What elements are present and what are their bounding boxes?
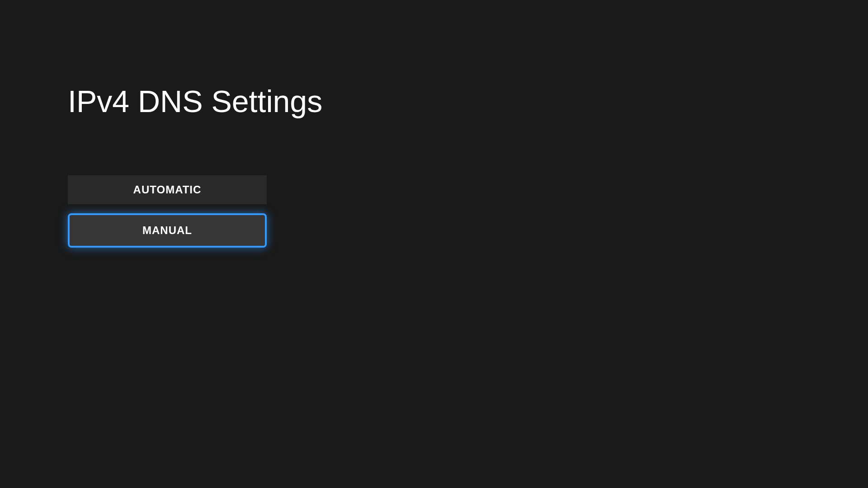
option-label: AUTOMATIC: [133, 183, 202, 196]
automatic-option-button[interactable]: AUTOMATIC: [68, 175, 267, 204]
dns-options-list: AUTOMATIC MANUAL: [68, 175, 868, 248]
settings-container: IPv4 DNS Settings AUTOMATIC MANUAL: [0, 0, 868, 248]
manual-option-button[interactable]: MANUAL: [68, 213, 267, 248]
option-label: MANUAL: [142, 224, 192, 237]
page-title: IPv4 DNS Settings: [68, 84, 868, 119]
